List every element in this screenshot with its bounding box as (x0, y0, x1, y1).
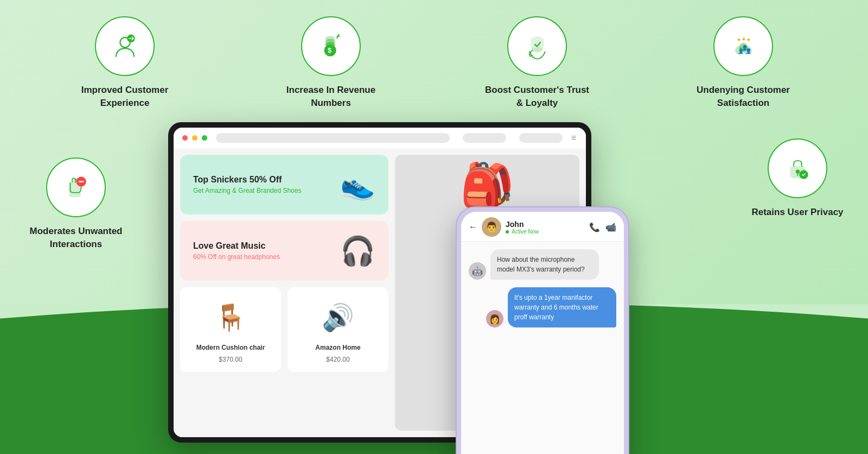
menu-dots: ≡ (571, 133, 577, 143)
improved-customer-icon-circle (95, 16, 155, 76)
chair-image: 🪑 (214, 296, 247, 339)
svg-point-19 (795, 169, 799, 173)
active-status-text: Active Now (512, 229, 539, 235)
chair-name: Modern Cushion chair (196, 344, 265, 351)
promo-card-music: Love Great Music 60% Off on great headph… (180, 221, 388, 281)
promo-music-subtitle: 60% Off on great headphones (193, 253, 280, 261)
phone-device: ← 👨 John Active Now 📞 📹 🤖 (456, 206, 629, 454)
active-status: Active Now (506, 229, 585, 235)
url-bar-3 (519, 133, 563, 143)
feature-satisfaction: 👤 👤 👤 ★ ★ ★ Undenying Customer Satisfact… (689, 16, 797, 110)
svg-text:👤: 👤 (741, 45, 748, 51)
dot-green (202, 135, 207, 141)
features-top-row: Improved Customer Experience $ Increase … (0, 16, 868, 110)
svg-text:★: ★ (741, 36, 745, 41)
contact-info: John Active Now (506, 220, 585, 235)
phone-call-icon[interactable]: 📞 (589, 222, 600, 232)
improved-customer-label: Improved Customer Experience (71, 84, 179, 110)
privacy-icon-circle (768, 138, 827, 198)
user-avatar: 👩 (486, 310, 503, 327)
svg-point-6 (325, 36, 335, 41)
promo-snickers-title: Top Snickers 50% Off (193, 175, 301, 185)
feature-improved-customer: Improved Customer Experience (71, 16, 179, 110)
tablet-left-column: Top Snickers 50% Off Get Amazing & Great… (180, 155, 388, 431)
boost-trust-icon-circle (507, 16, 567, 76)
received-message-text: How about the microphone model MX3's war… (490, 249, 599, 280)
url-bar (216, 133, 450, 143)
satisfaction-label: Undenying Customer Satisfaction (689, 84, 797, 110)
chair-price: $370.00 (219, 356, 242, 363)
moderates-label: Moderates Unwanted Interactions (22, 225, 130, 251)
dot-red (182, 135, 188, 141)
chat-header: ← 👨 John Active Now 📞 📹 (461, 212, 624, 242)
video-call-icon[interactable]: 📹 (605, 222, 616, 232)
feature-boost-trust: Boost Customer's Trust & Loyalty (483, 16, 591, 110)
url-bar-2 (463, 133, 506, 143)
feature-moderates: Moderates Unwanted Interactions (22, 157, 130, 251)
svg-text:$: $ (328, 46, 331, 54)
tablet-browser-bar: ≡ (174, 128, 586, 148)
product-grid: 🪑 Modern Cushion chair $370.00 🔊 Amazon … (180, 287, 388, 372)
privacy-label: Retains User Privacy (751, 206, 843, 219)
sender-avatar: 🤖 (469, 262, 486, 280)
increase-revenue-icon-circle: $ (301, 16, 361, 76)
contact-name: John (506, 220, 585, 229)
increase-revenue-label: Increase In Revenue Numbers (277, 84, 385, 110)
active-dot (506, 230, 509, 234)
phone-screen: ← 👨 John Active Now 📞 📹 🤖 (461, 212, 624, 454)
chat-bubble-received: 🤖 How about the microphone model MX3's w… (469, 249, 616, 280)
svg-text:★: ★ (736, 37, 741, 42)
chat-bubble-sent: It's upto a 1year manifactor warranty an… (469, 287, 616, 327)
boost-trust-label: Boost Customer's Trust & Loyalty (483, 84, 591, 110)
echo-name: Amazon Home (315, 344, 360, 351)
back-arrow-icon[interactable]: ← (469, 222, 477, 232)
page-wrapper: Improved Customer Experience $ Increase … (0, 0, 868, 454)
call-icons: 📞 📹 (589, 222, 616, 232)
sent-message-text: It's upto a 1year manifactor warranty an… (508, 287, 616, 327)
contact-avatar: 👨 (482, 217, 501, 237)
feature-privacy: Retains User Privacy (743, 138, 852, 219)
moderates-icon-circle (46, 157, 106, 217)
product-card-chair: 🪑 Modern Cushion chair $370.00 (180, 287, 281, 372)
echo-image: 🔊 (322, 296, 354, 339)
shield-hand-icon (522, 31, 552, 61)
stars-people-icon: 👤 👤 👤 ★ ★ ★ (729, 31, 758, 61)
svg-text:★: ★ (746, 37, 751, 42)
snickers-image: 👟 (340, 168, 375, 201)
promo-music-text: Love Great Music 60% Off on great headph… (193, 241, 280, 261)
product-card-echo: 🔊 Amazon Home $420.00 (288, 287, 388, 372)
promo-card-snickers: Top Snickers 50% Off Get Amazing & Great… (180, 155, 388, 215)
user-arrow-icon (110, 31, 140, 61)
chat-area: 🤖 How about the microphone model MX3's w… (461, 242, 624, 454)
lock-shield-icon (783, 154, 813, 184)
dot-yellow (192, 135, 197, 141)
satisfaction-icon-circle: 👤 👤 👤 ★ ★ ★ (713, 16, 773, 76)
echo-price: $420.00 (326, 356, 349, 363)
promo-snickers-subtitle: Get Amazing & Great Branded Shoes (193, 187, 301, 194)
headphones-image: 🎧 (340, 235, 375, 268)
feature-increase-revenue: $ Increase In Revenue Numbers (277, 16, 385, 110)
coins-icon: $ (316, 31, 346, 61)
hand-block-icon (61, 173, 91, 203)
promo-music-title: Love Great Music (193, 241, 280, 251)
promo-snickers-text: Top Snickers 50% Off Get Amazing & Great… (193, 175, 301, 194)
